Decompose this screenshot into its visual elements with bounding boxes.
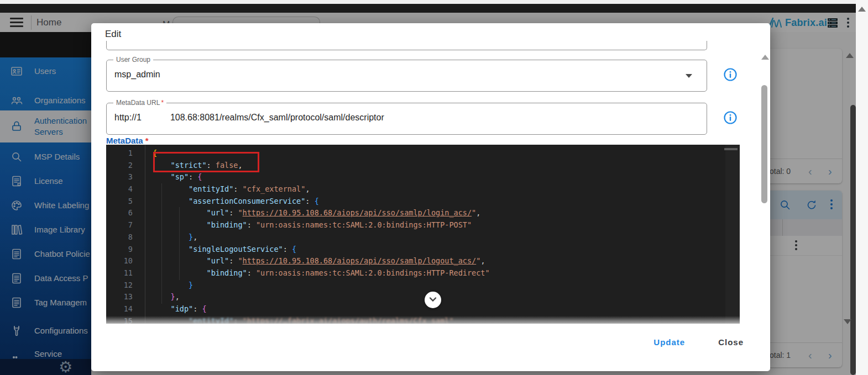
user-group-select[interactable]: User Group msp_admin <box>106 60 707 92</box>
browser-top-strip <box>0 0 868 4</box>
code-line-11: "binding": "urn:oasis:names:tc:SAML:2.0:… <box>153 267 490 279</box>
dropdown-caret-icon[interactable] <box>686 74 692 78</box>
metadata-code-editor[interactable]: 123456789101112131415 { "strict": false,… <box>106 145 740 324</box>
editor-minimap <box>725 145 740 324</box>
close-button[interactable]: Close <box>715 337 747 347</box>
dialog-scrollbar-thumb[interactable] <box>761 85 767 203</box>
edit-dialog: Edit User Group msp_admin MetaData URL* … <box>91 23 770 371</box>
code-line-7: "binding": "urn:oasis:names:tc:SAML:2.0:… <box>153 219 490 231</box>
redacted-patch <box>142 114 170 123</box>
scroll-down-button[interactable] <box>425 292 441 308</box>
user-group-label: User Group <box>113 56 153 64</box>
user-group-value: msp_admin <box>114 70 160 80</box>
update-button[interactable]: Update <box>650 337 688 347</box>
code-line-4: "entityId": "cfx_external", <box>153 183 490 196</box>
code-line-8: }, <box>153 231 490 244</box>
metadata-url-input[interactable]: MetaData URL* http://1108.68:8081/realms… <box>106 103 707 135</box>
code-line-9: "singleLogoutService": { <box>153 244 490 256</box>
scrolled-field-remnant <box>106 41 707 50</box>
info-icon[interactable] <box>723 67 738 82</box>
dialog-scroll-up-icon[interactable] <box>761 45 769 55</box>
minimap-slider[interactable] <box>724 148 738 150</box>
strict-false-highlight-box <box>153 152 259 172</box>
metadata-section-label: MetaData * <box>106 136 149 145</box>
info-icon[interactable] <box>723 110 738 125</box>
code-line-6: "url": "https://10.95.108.68/aiops/api/s… <box>153 207 490 219</box>
code-line-10: "url": "https://10.95.108.68/aiops/api/s… <box>153 255 490 267</box>
page-scroll-up-icon[interactable] <box>858 7 866 12</box>
page-scrollbar[interactable] <box>856 0 868 375</box>
editor-bottom-fade <box>106 316 740 324</box>
metadata-url-value: http://1108.68:8081/realms/Cfx_saml/prot… <box>114 113 384 123</box>
dialog-title: Edit <box>105 29 121 40</box>
gutter-divider <box>145 145 145 324</box>
code-line-3: "sp": { <box>153 171 490 183</box>
chevron-down-icon <box>428 295 437 305</box>
app-screenshot: Home M MSP M • M Fabrix.ai UsersOrganiza… <box>0 0 868 375</box>
dialog-footer: Update Close <box>650 337 747 347</box>
metadata-url-label: MetaData URL* <box>113 99 166 107</box>
code-line-5: "assertionConsumerService": { <box>153 196 490 208</box>
editor-line-numbers: 123456789101112131415 <box>106 147 145 324</box>
code-line-12: } <box>153 279 490 292</box>
